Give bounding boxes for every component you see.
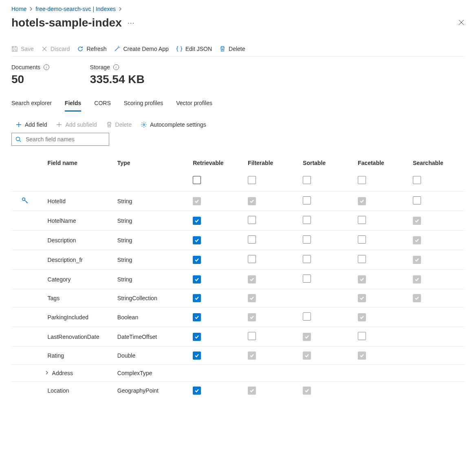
checkbox-filterable[interactable] [248,332,256,340]
documents-value: 50 [11,73,49,86]
field-name: Location [48,387,69,394]
checkbox-filterable[interactable] [248,313,256,321]
breadcrumb-service[interactable]: free-demo-search-svc | Indexes [35,6,116,12]
documents-label: Documents [11,64,40,70]
table-row[interactable]: ParkingIncludedBoolean [11,308,465,327]
checkbox-sortable[interactable] [303,352,311,360]
checkbox-facetable[interactable] [358,197,366,205]
checkbox-sortable[interactable] [303,216,311,224]
checkbox-filterable[interactable] [248,197,256,205]
search-input[interactable] [25,136,106,143]
info-icon[interactable]: i [113,64,119,70]
checkbox-filterable[interactable] [248,255,256,263]
select-all-sortable[interactable] [303,176,311,184]
col-searchable: Searchable [410,156,465,172]
braces-icon [176,46,183,52]
tab-cors[interactable]: CORS [94,97,110,112]
table-row[interactable]: CategoryString [11,270,465,289]
table-row[interactable]: AddressComplexType [11,365,465,382]
table-row[interactable]: HotelNameString [11,211,465,231]
delete-field-button: Delete [106,121,132,128]
edit-json-button[interactable]: Edit JSON [176,46,212,52]
checkbox-searchable[interactable] [413,196,421,204]
checkbox-sortable[interactable] [303,312,311,321]
checkbox-searchable[interactable] [413,256,421,264]
checkbox-retrievable[interactable] [193,387,201,395]
checkbox-sortable[interactable] [303,235,311,244]
svg-point-2 [22,198,25,200]
checkbox-retrievable[interactable] [193,217,201,225]
checkbox-retrievable[interactable] [193,236,201,244]
close-button[interactable] [458,19,465,27]
field-type: GeographyPoint [117,387,159,394]
checkbox-retrievable[interactable] [193,313,201,321]
checkbox-facetable[interactable] [358,275,366,283]
col-filterable: Filterable [245,156,300,172]
checkbox-filterable[interactable] [248,387,256,395]
delete-button[interactable]: Delete [219,46,245,52]
tab-scoring[interactable]: Scoring profiles [124,97,163,112]
checkbox-facetable[interactable] [358,294,366,302]
field-name: Address [52,370,73,376]
checkbox-facetable[interactable] [358,313,366,321]
tab-fields[interactable]: Fields [65,97,81,112]
select-all-facetable[interactable] [358,176,366,184]
checkbox-facetable[interactable] [358,332,366,340]
checkbox-filterable[interactable] [248,352,256,360]
tab-vector[interactable]: Vector profiles [176,97,212,112]
chevron-right-icon[interactable] [44,370,49,376]
breadcrumb: Home free-demo-search-svc | Indexes [11,6,465,12]
trash-icon [106,121,112,128]
checkbox-filterable[interactable] [248,216,256,224]
checkbox-searchable[interactable] [413,294,421,302]
checkbox-retrievable[interactable] [193,275,201,283]
wand-icon [114,46,120,52]
checkbox-retrievable[interactable] [193,294,201,302]
search-icon [15,136,22,143]
refresh-button[interactable]: Refresh [77,46,106,52]
checkbox-facetable[interactable] [358,216,366,224]
checkbox-retrievable[interactable] [193,333,201,341]
checkbox-searchable[interactable] [413,236,421,244]
select-all-filterable[interactable] [248,176,256,184]
create-demo-button[interactable]: Create Demo App [114,46,168,52]
add-field-button[interactable]: Add field [15,121,47,128]
checkbox-retrievable[interactable] [193,256,201,264]
checkbox-filterable[interactable] [248,294,256,302]
checkbox-searchable[interactable] [413,217,421,225]
checkbox-filterable[interactable] [248,235,256,244]
checkbox-retrievable[interactable] [193,352,201,360]
table-row[interactable]: LocationGeographyPoint [11,382,465,400]
refresh-icon [77,46,84,52]
tab-search-explorer[interactable]: Search explorer [11,97,52,112]
checkbox-sortable[interactable] [303,387,311,395]
checkbox-retrievable[interactable] [193,197,201,205]
checkbox-sortable[interactable] [303,333,311,341]
checkbox-sortable[interactable] [303,196,311,204]
table-row[interactable]: TagsStringCollection [11,289,465,308]
field-name: Description [48,237,76,244]
table-row[interactable]: Description_frString [11,250,465,270]
checkbox-filterable[interactable] [248,275,256,283]
fields-table: Field name Type Retrievable Filterable S… [11,156,465,400]
info-icon[interactable]: i [44,64,49,70]
breadcrumb-home[interactable]: Home [11,6,26,12]
select-all-retrievable[interactable] [193,176,201,184]
checkbox-sortable[interactable] [303,255,311,263]
checkbox-facetable[interactable] [358,235,366,244]
trash-icon [219,46,226,52]
autocomplete-settings-button[interactable]: Autocomplete settings [141,121,206,128]
table-row[interactable]: RatingDouble [11,347,465,365]
field-name: HotelName [48,218,76,224]
checkbox-sortable[interactable] [303,275,311,283]
select-all-searchable[interactable] [413,176,421,184]
checkbox-searchable[interactable] [413,275,421,283]
more-button[interactable]: ··· [128,19,135,27]
table-row[interactable]: DescriptionString [11,231,465,250]
table-row[interactable]: LastRenovationDateDateTimeOffset [11,327,465,347]
table-row[interactable]: HotelIdString [11,191,465,211]
checkbox-facetable[interactable] [358,255,366,263]
search-input-wrapper[interactable] [11,133,109,146]
checkbox-facetable[interactable] [358,352,366,360]
field-name: Description_fr [48,257,83,263]
